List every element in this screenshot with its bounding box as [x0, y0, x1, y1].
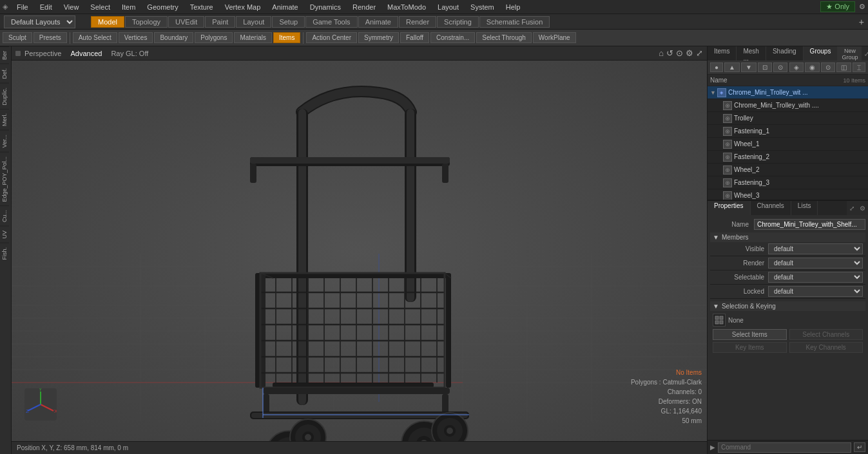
sidebar-tab-ver---[interactable]: Ver...	[0, 130, 9, 152]
sidebar-tab-uv[interactable]: UV	[0, 226, 9, 243]
vertices-btn[interactable]: Vertices	[119, 32, 153, 43]
prop-select-2[interactable]: default	[768, 272, 863, 283]
gt-btn-2[interactable]: ▲	[724, 62, 740, 72]
menu-item-edit[interactable]: Edit	[35, 2, 57, 12]
menu-item-render[interactable]: Render	[347, 2, 381, 12]
menu-item-vertex map[interactable]: Vertex Map	[220, 2, 266, 12]
action-center-btn[interactable]: Action Center	[306, 32, 357, 43]
props-tab-lists[interactable]: Lists	[791, 201, 818, 215]
keying-header[interactable]: ▼ Selection & Keying	[710, 301, 865, 311]
symmetry-btn[interactable]: Symmetry	[358, 32, 399, 43]
gt-btn-5[interactable]: ⊙	[773, 62, 787, 72]
gt-btn-1[interactable]: ●	[710, 62, 723, 72]
groups-tab-mesh-...[interactable]: Mesh ...	[737, 46, 766, 61]
keying-btn-select-items[interactable]: Select Items	[713, 329, 787, 340]
menu-item-texture[interactable]: Texture	[185, 2, 218, 12]
groups-tab-groups[interactable]: Groups	[804, 46, 838, 61]
settings-icon[interactable]: ⚙	[859, 3, 865, 11]
group-item-0[interactable]: ◎ Chrome_Mini_Trolley_with ....	[708, 99, 868, 112]
layout-dropdown[interactable]: Default Layouts	[4, 15, 75, 28]
sidebar-tab-edge-poy-pol---[interactable]: Edge_POY_Pol...	[0, 152, 9, 206]
viewport-settings-btn[interactable]: ⚙	[686, 48, 693, 58]
falloff-btn[interactable]: Falloff	[400, 32, 429, 43]
gt-icons-btn-1[interactable]: ◈	[789, 62, 804, 72]
group-item-4[interactable]: ◎ Fastening_2	[708, 151, 868, 164]
gt-icons-btn-2[interactable]: ◉	[805, 62, 820, 72]
prop-value-3[interactable]: default	[768, 286, 863, 297]
gt-icons-btn-5[interactable]: ⌶	[853, 62, 865, 72]
mode-tab-animate[interactable]: Animate	[358, 16, 398, 28]
prop-select-0[interactable]: default	[768, 243, 863, 254]
menu-item-animate[interactable]: Animate	[267, 2, 303, 12]
prop-value-2[interactable]: default	[768, 272, 863, 283]
mode-tab-layout[interactable]: Layout	[236, 16, 271, 28]
prop-name-value[interactable]: Chrome_Mini_Trolley_with_Shelf...	[754, 219, 865, 230]
group-item-6[interactable]: ◎ Fastening_3	[708, 176, 868, 189]
viewport-zoom-btn[interactable]: ⊙	[676, 48, 683, 58]
sculpt-btn[interactable]: Sculpt	[3, 32, 32, 43]
presets-btn[interactable]: Presets	[34, 32, 67, 43]
mode-tab-uvedit[interactable]: UVEdit	[168, 16, 204, 28]
props-tab-channels[interactable]: Channels	[751, 201, 791, 215]
gt-icons-btn-4[interactable]: ◫	[836, 62, 851, 72]
menu-item-layout[interactable]: Layout	[432, 2, 464, 12]
menu-item-help[interactable]: Help	[501, 2, 526, 12]
group-item-3[interactable]: ◎ Wheel_1	[708, 138, 868, 151]
add-layout-btn[interactable]: +	[859, 17, 864, 27]
sidebar-tab-fish-[interactable]: Fish.	[0, 243, 9, 264]
members-header[interactable]: ▼ Members	[710, 232, 865, 242]
sidebar-tab-cu---[interactable]: Cu...	[0, 205, 9, 226]
select-through-btn[interactable]: Select Through	[476, 32, 532, 43]
gt-icons-btn-3[interactable]: ⊙	[821, 62, 835, 72]
constrain-btn[interactable]: Constrain...	[430, 32, 475, 43]
gt-btn-4[interactable]: ⊡	[758, 62, 772, 72]
group-item-7[interactable]: ◎ Wheel_3	[708, 189, 868, 200]
menu-item-view[interactable]: View	[59, 2, 84, 12]
polygons-btn[interactable]: Polygons	[195, 32, 233, 43]
group-item-1[interactable]: ◎ Trolley	[708, 112, 868, 125]
group-item-2[interactable]: ◎ Fastening_1	[708, 125, 868, 138]
boundary-btn[interactable]: Boundary	[154, 32, 193, 43]
prop-select-3[interactable]: default	[768, 286, 863, 297]
viewport[interactable]: Perspective Advanced Ray GL: Off ⌂ ↺ ⊙ ⚙…	[12, 46, 707, 454]
sidebar-tab-def-[interactable]: Def.	[0, 64, 9, 83]
items-btn[interactable]: Items	[273, 32, 300, 43]
workplane-btn[interactable]: WorkPlane	[533, 32, 576, 43]
mode-tab-render[interactable]: Render	[399, 16, 436, 28]
command-execute-btn[interactable]: ↵	[854, 442, 865, 452]
menu-item-item[interactable]: Item	[117, 2, 140, 12]
props-expand-btn[interactable]: ⤢	[847, 201, 857, 215]
mode-tab-schematic-fusion[interactable]: Schematic Fusion	[479, 16, 550, 28]
mode-tab-model[interactable]: Model	[91, 16, 124, 28]
mode-tab-paint[interactable]: Paint	[205, 16, 235, 28]
mode-tab-scripting[interactable]: Scripting	[437, 16, 479, 28]
mode-tab-setup[interactable]: Setup	[272, 16, 305, 28]
props-tab-properties[interactable]: Properties	[708, 201, 751, 215]
menu-item-select[interactable]: Select	[85, 2, 115, 12]
mode-tab-game-tools[interactable]: Game Tools	[305, 16, 358, 28]
menu-item-file[interactable]: File	[12, 2, 34, 12]
new-group-btn[interactable]: New Group	[838, 46, 862, 61]
groups-content[interactable]: ▼ ◈ Chrome_Mini_Trolley_wit ... ◎ Chrome…	[708, 86, 868, 200]
viewport-expand-btn[interactable]: ⤢	[696, 48, 703, 58]
materials-btn[interactable]: Materials	[234, 32, 272, 43]
auto-select-btn[interactable]: Auto Select	[73, 32, 117, 43]
viewport-home-btn[interactable]: ⌂	[659, 48, 664, 58]
expand-groups-btn[interactable]: ⤢	[862, 46, 868, 61]
viewport-refresh-btn[interactable]: ↺	[666, 48, 673, 58]
sidebar-tab-merl-[interactable]: Merl.	[0, 109, 9, 130]
canvas-area[interactable]: X Y Z No Items Polygons : Catmull-Clark …	[12, 61, 707, 441]
prop-value-1[interactable]: default	[768, 258, 863, 269]
groups-tab-items[interactable]: Items	[708, 46, 737, 61]
sidebar-tab-duplic-[interactable]: Duplic.	[0, 83, 9, 109]
group-item-root[interactable]: ▼ ◈ Chrome_Mini_Trolley_wit ...	[708, 86, 868, 99]
command-input[interactable]	[718, 442, 851, 453]
menu-item-geometry[interactable]: Geometry	[142, 2, 183, 12]
menu-item-system[interactable]: System	[465, 2, 499, 12]
props-settings-btn[interactable]: ⚙	[857, 201, 868, 215]
sidebar-tab-ber[interactable]: Ber	[0, 46, 9, 64]
menu-item-maxtomodo[interactable]: MaxToModo	[382, 2, 431, 12]
groups-tab-shading[interactable]: Shading	[766, 46, 804, 61]
group-item-5[interactable]: ◎ Wheel_2	[708, 164, 868, 176]
prop-select-1[interactable]: default	[768, 258, 863, 269]
